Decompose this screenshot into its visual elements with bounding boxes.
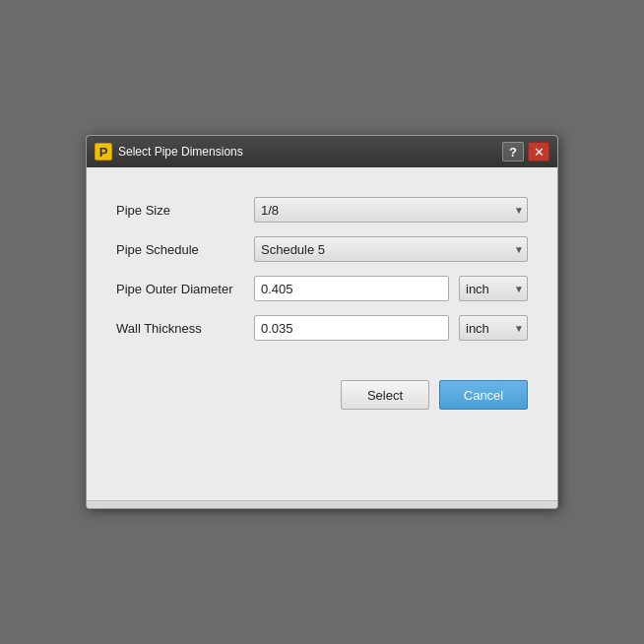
dialog-footer	[87, 500, 557, 508]
pipe-outer-diameter-unit-select[interactable]: inch mm cm	[459, 276, 528, 301]
wall-thickness-unit-select[interactable]: inch mm cm	[459, 315, 528, 341]
button-row: Select Cancel	[116, 380, 528, 410]
help-button[interactable]: ?	[502, 142, 524, 161]
pipe-size-select-wrapper: 1/8 1/4 3/8 1/2 ▼	[254, 197, 528, 223]
close-button[interactable]: ✕	[528, 142, 549, 161]
title-bar-left: P Select Pipe Dimensions	[95, 143, 243, 161]
pipe-outer-diameter-row: Pipe Outer Diameter inch mm cm ▼	[116, 276, 528, 301]
dialog: P Select Pipe Dimensions ? ✕ Pipe Size 1…	[86, 135, 558, 509]
dialog-title: Select Pipe Dimensions	[118, 145, 243, 159]
title-bar-controls: ? ✕	[502, 142, 549, 161]
pipe-schedule-select[interactable]: Schedule 5 Schedule 10 Schedule 40 Sched…	[254, 236, 528, 262]
form-section: Pipe Size 1/8 1/4 3/8 1/2 ▼ Pipe Schedul…	[116, 197, 528, 341]
pipe-outer-diameter-unit-wrapper: inch mm cm ▼	[459, 276, 528, 301]
pipe-outer-diameter-label: Pipe Outer Diameter	[116, 282, 244, 296]
wall-thickness-label: Wall Thickness	[116, 321, 244, 336]
pipe-size-label: Pipe Size	[116, 203, 244, 218]
cancel-button[interactable]: Cancel	[439, 380, 528, 410]
title-bar: P Select Pipe Dimensions ? ✕	[87, 136, 557, 167]
wall-thickness-row: Wall Thickness inch mm cm ▼	[116, 315, 528, 341]
dialog-body: Pipe Size 1/8 1/4 3/8 1/2 ▼ Pipe Schedul…	[87, 167, 557, 500]
pipe-size-row: Pipe Size 1/8 1/4 3/8 1/2 ▼	[116, 197, 528, 223]
pipe-size-select[interactable]: 1/8 1/4 3/8 1/2	[254, 197, 528, 223]
pipe-schedule-select-wrapper: Schedule 5 Schedule 10 Schedule 40 Sched…	[254, 236, 528, 262]
select-button[interactable]: Select	[341, 380, 429, 410]
pipe-outer-diameter-input[interactable]	[254, 276, 449, 301]
pipe-schedule-label: Pipe Schedule	[116, 242, 244, 257]
pipe-schedule-row: Pipe Schedule Schedule 5 Schedule 10 Sch…	[116, 236, 528, 262]
app-icon: P	[95, 143, 112, 161]
wall-thickness-input[interactable]	[254, 315, 449, 341]
wall-thickness-unit-wrapper: inch mm cm ▼	[459, 315, 528, 341]
